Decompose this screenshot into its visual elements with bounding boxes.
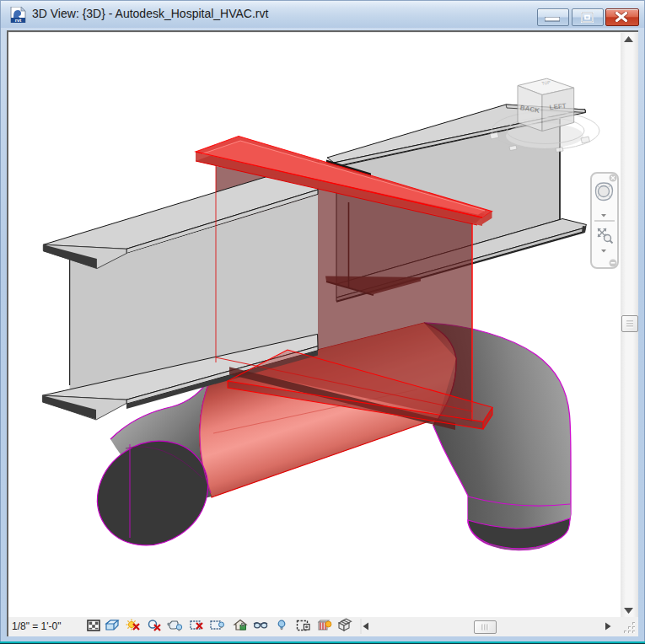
svg-text:rvt: rvt bbox=[15, 18, 22, 23]
